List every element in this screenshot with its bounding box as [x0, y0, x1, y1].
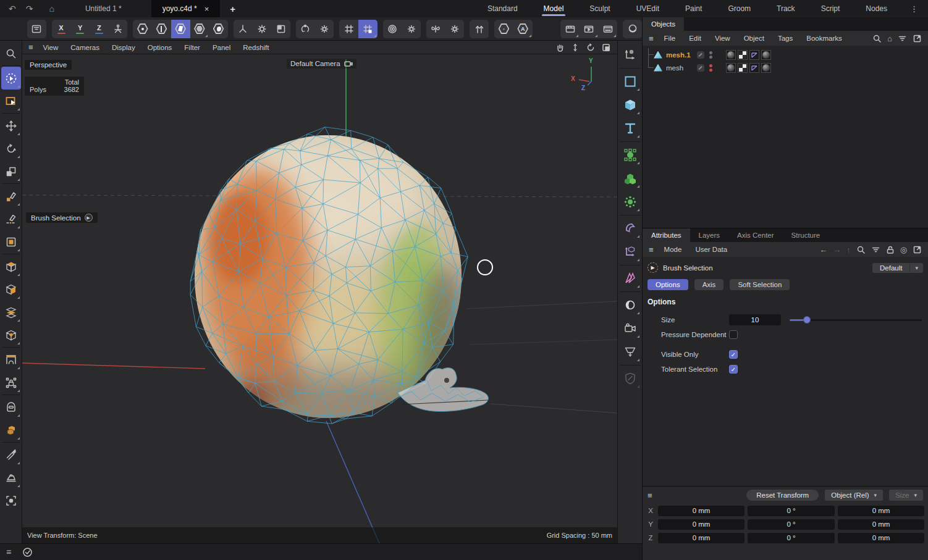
- view-projection-label[interactable]: Perspective: [25, 60, 72, 70]
- editor-toggle-icon[interactable]: [697, 64, 704, 72]
- section-tab-options[interactable]: Options: [647, 279, 688, 290]
- home-icon[interactable]: ⌂: [49, 4, 54, 14]
- objects-menu-object[interactable]: Object: [737, 35, 771, 42]
- objects-menu-view[interactable]: View: [708, 35, 737, 42]
- attributes-menu-userdata[interactable]: User Data: [688, 246, 734, 253]
- points-mode-button[interactable]: [133, 20, 152, 38]
- iron-tool[interactable]: [1, 466, 21, 489]
- viewport-menu-cameras[interactable]: Cameras: [64, 44, 106, 51]
- search-icon[interactable]: [856, 245, 866, 254]
- render-settings-button[interactable]: [599, 20, 618, 38]
- axis-lock-tool[interactable]: [1, 371, 21, 394]
- quantize-button[interactable]: [383, 20, 402, 38]
- viewport-solo-button[interactable]: [296, 20, 315, 38]
- parent-up-icon[interactable]: ↑: [846, 246, 851, 254]
- create-point-tool[interactable]: [1, 185, 21, 207]
- viewport-menu-panel[interactable]: Panel: [206, 44, 237, 51]
- preset-dropdown[interactable]: Default ▾: [872, 263, 923, 273]
- viewport-menu-display[interactable]: Display: [106, 44, 141, 51]
- object-name[interactable]: mesh.1: [666, 51, 691, 59]
- visible-only-checkbox[interactable]: [729, 350, 738, 359]
- axis-settings-button[interactable]: [253, 20, 272, 38]
- section-tab-axis[interactable]: Axis: [694, 279, 724, 290]
- quantize-settings-button[interactable]: [402, 20, 421, 38]
- material-tag-icon[interactable]: [726, 50, 736, 60]
- attributes-menu-mode[interactable]: Mode: [657, 246, 689, 253]
- auto-mode-button[interactable]: A: [513, 20, 533, 38]
- tab-axis-center[interactable]: Axis Center: [728, 228, 782, 242]
- text-primitive-button[interactable]: [619, 117, 641, 140]
- workplane-button[interactable]: [271, 20, 290, 38]
- edges-mode-button[interactable]: [152, 20, 171, 38]
- archive-project-button[interactable]: [27, 20, 46, 38]
- maximize-view-icon[interactable]: [601, 43, 611, 52]
- render-view-button[interactable]: [560, 20, 580, 38]
- workplane-lock-button[interactable]: [109, 20, 128, 38]
- objects-menu-file[interactable]: File: [657, 35, 683, 42]
- z-axis-lock-button[interactable]: Z: [90, 20, 109, 38]
- subdivision-surface-button[interactable]: [619, 143, 641, 167]
- weld-tool[interactable]: [1, 396, 21, 419]
- redo-icon[interactable]: ↷: [26, 4, 33, 14]
- layout-script[interactable]: Script: [808, 0, 853, 17]
- slider-knob[interactable]: [803, 316, 811, 324]
- size-input[interactable]: 10: [729, 314, 781, 325]
- layout-standard[interactable]: Standard: [475, 0, 531, 17]
- cube-primitive-button[interactable]: [619, 93, 641, 117]
- visibility-dots[interactable]: [709, 51, 712, 59]
- check-circle-icon[interactable]: [22, 547, 33, 558]
- orbit-icon[interactable]: [586, 43, 596, 52]
- tab-layers[interactable]: Layers: [690, 228, 729, 242]
- sky-environment-button[interactable]: [619, 293, 641, 317]
- tweak-mode-button[interactable]: [470, 20, 489, 38]
- object-row-mesh1[interactable]: mesh.1: [643, 48, 928, 61]
- rotation-z-input[interactable]: 0 °: [748, 533, 835, 543]
- scale-tool[interactable]: [1, 160, 21, 183]
- viewport-canvas[interactable]: Perspective Total Polys3682 Default Came…: [22, 54, 617, 543]
- y-axis-lock-button[interactable]: Y: [70, 20, 90, 38]
- enable-axis-button[interactable]: [234, 20, 253, 38]
- size-mode-dropdown[interactable]: Size ▾: [889, 490, 923, 501]
- snap-toggle-button[interactable]: [358, 20, 378, 38]
- undo-icon[interactable]: ↶: [9, 4, 16, 14]
- volume-builder-button[interactable]: [619, 167, 641, 190]
- lock-icon[interactable]: [886, 245, 895, 254]
- rotation-x-input[interactable]: 0 °: [748, 506, 835, 516]
- bridge-tool[interactable]: [1, 348, 21, 371]
- filter-icon[interactable]: [898, 34, 907, 43]
- visibility-dots[interactable]: [709, 64, 712, 72]
- stage-button[interactable]: [619, 340, 641, 364]
- commander-search-button[interactable]: [1, 42, 21, 65]
- layout-nodes[interactable]: Nodes: [853, 0, 900, 17]
- layout-sculpt[interactable]: Sculpt: [576, 0, 623, 17]
- extrude-inner-tool[interactable]: [1, 278, 21, 301]
- symmetry-button[interactable]: [426, 20, 445, 38]
- rectangle-selection-tool[interactable]: [1, 90, 21, 112]
- layout-uvedit[interactable]: UVEdit: [623, 0, 672, 17]
- uvw-tag-icon[interactable]: [738, 50, 748, 60]
- rotate-tool[interactable]: [1, 137, 21, 160]
- document-tab-untitled[interactable]: Untitled 1 *: [74, 0, 133, 17]
- layout-track[interactable]: Track: [764, 0, 808, 17]
- uvw-tag-icon[interactable]: [738, 63, 748, 73]
- spline-primitive-button[interactable]: [619, 70, 641, 93]
- x-axis-lock-button[interactable]: X: [52, 20, 71, 38]
- target-icon[interactable]: ◎: [900, 246, 907, 254]
- scale-x-input[interactable]: 0 mm: [838, 506, 924, 516]
- center-axis-tool[interactable]: [1, 489, 21, 512]
- texture-mode-button[interactable]: [209, 20, 228, 38]
- search-icon[interactable]: [872, 34, 882, 43]
- camera-create-button[interactable]: [619, 317, 641, 340]
- reset-transform-button[interactable]: Reset Transform: [746, 490, 819, 501]
- rotation-y-input[interactable]: 0 °: [748, 519, 835, 530]
- scale-y-input[interactable]: 0 mm: [838, 519, 924, 530]
- layout-paint[interactable]: Paint: [672, 0, 715, 17]
- deformer-button[interactable]: [619, 217, 641, 240]
- fill-selection-tool[interactable]: [1, 230, 21, 253]
- viewport-menu-filter[interactable]: Filter: [178, 44, 206, 51]
- viewport-menu-redshift[interactable]: Redshift: [237, 44, 275, 51]
- pan-hand-icon[interactable]: [555, 43, 565, 52]
- annotate-button-disabled[interactable]: [619, 367, 641, 390]
- objects-menu-icon[interactable]: ≡: [647, 34, 657, 43]
- options-section-title[interactable]: Options: [643, 295, 928, 312]
